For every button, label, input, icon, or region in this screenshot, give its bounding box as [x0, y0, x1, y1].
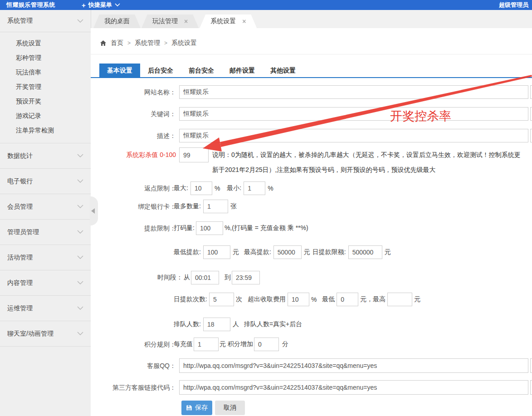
tab-label: 玩法管理 [152, 17, 178, 25]
bank-qty-input[interactable] [203, 200, 228, 213]
clipped-input-fragment [530, 107, 532, 121]
quick-menu-label: 快捷菜单 [88, 1, 112, 9]
points-label: 积分规则： [91, 338, 176, 351]
dama-suffix: %,(打码量 = 充值金额 乘 **%) [225, 224, 308, 232]
cancel-button[interactable]: 取消 [215, 401, 245, 415]
sidebar-item-play-odds[interactable]: 玩法倍率 [0, 65, 91, 79]
rebate-min-unit: % [268, 185, 273, 192]
sidebar-section-label: 管理员管理 [7, 228, 39, 236]
sidebar-section-ops[interactable]: 运维管理 [0, 295, 91, 321]
kill-rate-label: 系统彩杀值 0-100 [91, 147, 176, 162]
sidebar-section-data-stats[interactable]: 数据统计 [0, 143, 91, 168]
breadcrumb-page: 系统设置 [171, 39, 197, 47]
topbar: 恒耀娱乐管理系统 + 快捷菜单 超级管理员 [0, 0, 532, 10]
sidebar-item-bet-anomaly[interactable]: 注单异常检测 [0, 123, 91, 137]
tab-mail-settings[interactable]: 邮件设置 [222, 64, 263, 77]
home-icon[interactable] [100, 40, 107, 46]
cancel-button-label: 取消 [224, 404, 236, 412]
sidebar-section-content[interactable]: 内容管理 [0, 270, 91, 295]
max-withdraw-unit: 元 [304, 248, 310, 256]
daily-times-input[interactable] [209, 293, 234, 306]
kill-rate-note-line1: 说明：0为随机，设置的越大，被杀掉的几率越大（无延迟，不卡奖，设置后立马生效，欢… [212, 147, 530, 162]
third-party-label: 第三方客服链接代码： [91, 380, 176, 395]
sidebar-item-lottery-manage[interactable]: 彩种管理 [0, 50, 91, 65]
chevron-down-icon [77, 179, 83, 183]
rebate-label: 返点限制： [91, 181, 176, 195]
sidebar-section-chatroom[interactable]: 聊天室/动画管理 [0, 321, 91, 346]
time-from-input[interactable] [191, 271, 219, 284]
window-tabstrip: 我的桌面 玩法管理 × 系统设置 × [91, 10, 532, 28]
fee-unit: % [311, 296, 317, 303]
clipped-input-fragment [530, 85, 532, 99]
bank-qty-unit: 张 [230, 202, 237, 210]
quick-menu-button[interactable]: + 快捷菜单 [82, 1, 120, 9]
queue-input[interactable] [203, 318, 230, 331]
rebate-max-unit: % [215, 185, 220, 192]
fee-min-label: 最低 [322, 295, 335, 303]
time-to-input[interactable] [232, 271, 260, 284]
sidebar-section-activities[interactable]: 活动管理 [0, 245, 91, 270]
sidebar-item-system-settings[interactable]: 系统设置 [0, 36, 91, 50]
sidebar-section-admins[interactable]: 管理员管理 [0, 219, 91, 245]
daily-times-unit: 次 [236, 295, 242, 303]
tab-backend-security[interactable]: 后台安全 [140, 64, 181, 77]
max-withdraw-input[interactable] [273, 245, 302, 259]
chevron-down-icon [77, 255, 83, 259]
tab-basic-settings[interactable]: 基本设置 [99, 64, 140, 77]
kill-rate-input[interactable] [179, 147, 209, 162]
tab-frontend-security[interactable]: 前台安全 [181, 64, 222, 77]
rebate-max-input[interactable] [190, 181, 212, 195]
breadcrumb-divider [91, 54, 532, 54]
site-name-input[interactable] [179, 85, 528, 99]
chevron-down-icon [77, 332, 83, 336]
save-button[interactable]: 保存 [181, 401, 212, 415]
fee-min-input[interactable] [337, 293, 358, 306]
sidebar-collapse-handle[interactable] [90, 196, 98, 225]
settings-tabbar-underline [91, 77, 532, 78]
tab-system-settings[interactable]: 系统设置 × [200, 15, 257, 28]
sidebar-section-label: 内容管理 [7, 279, 33, 287]
min-withdraw-unit: 元 [233, 248, 239, 256]
tab-other-settings[interactable]: 其他设置 [263, 64, 303, 77]
sidebar-item-preset-draw[interactable]: 预设开奖 [0, 94, 91, 108]
tab-my-desktop[interactable]: 我的桌面 [93, 15, 141, 28]
qq-label: 客服QQ： [91, 358, 176, 373]
sidebar-section-ebank[interactable]: 电子银行 [0, 168, 91, 194]
current-user[interactable]: 超级管理员 [499, 1, 528, 9]
sidebar-item-game-records[interactable]: 游戏记录 [0, 108, 91, 123]
fee-input[interactable] [288, 293, 309, 306]
min-withdraw-input[interactable] [203, 245, 230, 259]
description-label: 描述： [91, 129, 176, 142]
queue-label: 排队人数: [174, 320, 201, 328]
qq-input[interactable] [179, 358, 528, 373]
breadcrumb-section[interactable]: 系统管理 [135, 39, 160, 47]
keywords-label: 关键词： [91, 107, 176, 121]
time-to-label: 到 [225, 274, 231, 282]
tab-play-manage[interactable]: 玩法管理 × [142, 15, 199, 28]
breadcrumb-separator: > [164, 40, 167, 46]
breadcrumb-home[interactable]: 首页 [111, 39, 123, 47]
tab-label: 系统设置 [210, 17, 236, 25]
collapse-left-icon [91, 208, 95, 214]
rebate-min-input[interactable] [244, 181, 265, 195]
queue-note: 排队人数=真实+后台 [244, 320, 302, 328]
site-name-label: 网站名称： [91, 85, 176, 99]
daily-limit-input[interactable] [348, 245, 382, 259]
sidebar-section-label: 聊天室/动画管理 [7, 330, 54, 338]
keywords-input[interactable] [179, 107, 528, 121]
dama-input[interactable] [196, 221, 223, 235]
sidebar-group-system[interactable]: 系统管理 [0, 10, 91, 32]
sidebar-item-draw-manage[interactable]: 开奖管理 [0, 79, 91, 94]
points-add-input[interactable] [254, 338, 279, 351]
sidebar-section-members[interactable]: 会员管理 [0, 194, 91, 219]
close-icon[interactable]: × [242, 18, 246, 25]
settings-tabbar: 基本设置 后台安全 前台安全 邮件设置 其他设置 [99, 64, 303, 77]
fee-max-input[interactable] [387, 293, 412, 306]
close-icon[interactable]: × [184, 18, 188, 25]
points-per-input[interactable] [194, 338, 219, 351]
third-party-input[interactable] [179, 380, 528, 395]
fee-mid-unit: 元，最高 [360, 295, 386, 303]
description-input[interactable] [179, 129, 528, 142]
daily-limit-unit: 元 [385, 248, 391, 256]
sidebar-sublist: 系统设置 彩种管理 玩法倍率 开奖管理 预设开奖 游戏记录 注单异常检测 [0, 32, 91, 143]
